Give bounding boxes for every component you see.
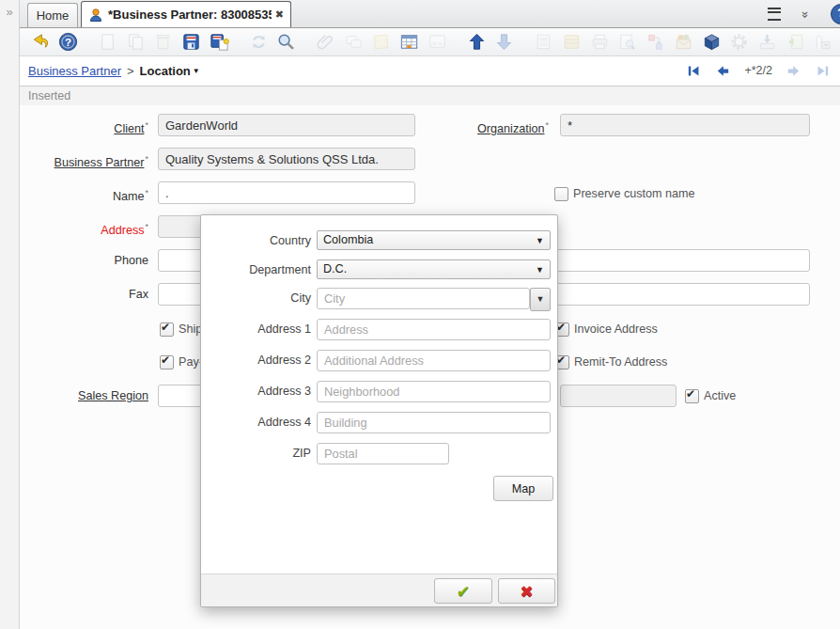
- remit-to-row: Remit-To Address: [555, 354, 667, 370]
- ok-button[interactable]: ✔: [434, 578, 492, 604]
- preferences-gear-icon: [728, 30, 751, 53]
- close-icon[interactable]: [275, 8, 284, 21]
- organization-label[interactable]: Organization*: [442, 114, 549, 136]
- address1-input[interactable]: [317, 319, 551, 340]
- breadcrumb-separator: >: [127, 64, 134, 78]
- location-dialog: Country Colombia Department D.C. City ▼ …: [200, 214, 558, 607]
- detail-record-icon: [493, 30, 516, 53]
- pay-from-checkbox[interactable]: [160, 355, 174, 370]
- grid-toggle-icon[interactable]: [398, 30, 421, 53]
- business-partner-icon: [88, 8, 103, 23]
- client-field: [158, 114, 415, 136]
- active-row: Active: [685, 388, 736, 403]
- invoice-address-row: Invoice Address: [555, 322, 658, 337]
- preserve-custom-name-checkbox[interactable]: [554, 187, 568, 201]
- name-label: Name*: [28, 181, 148, 204]
- refresh-icon: [247, 30, 270, 53]
- invoice-address-label: Invoice Address: [574, 322, 658, 336]
- department-value: D.C.: [323, 262, 347, 275]
- previous-record-icon[interactable]: [715, 63, 731, 79]
- department-select[interactable]: D.C.: [317, 259, 551, 279]
- copy-record-icon: [124, 30, 147, 53]
- save-icon[interactable]: [180, 30, 203, 53]
- tab-title: *Business Partner: 83008535...: [108, 8, 272, 22]
- tab-bar: Home *Business Partner: 83008535... » ?: [20, 0, 840, 28]
- name-field[interactable]: [158, 181, 415, 204]
- archive-icon: [560, 30, 583, 53]
- preserve-custom-name-label: Preserve custom name: [573, 187, 695, 200]
- status-bar: Inserted: [20, 86, 840, 105]
- menu-icon[interactable]: [768, 8, 781, 21]
- collapsed-sidebar[interactable]: »: [0, 0, 20, 629]
- address4-label: Address 4: [209, 412, 311, 432]
- first-record-icon[interactable]: [686, 63, 702, 79]
- help-icon[interactable]: ?: [57, 30, 80, 53]
- preserve-custom-name-row: Preserve custom name: [554, 186, 695, 201]
- city-dropdown-icon[interactable]: ▼: [530, 288, 551, 311]
- country-label: Country: [209, 230, 311, 251]
- fax-label: Fax: [28, 283, 148, 306]
- save-and-create-icon[interactable]: [208, 30, 230, 53]
- expand-sidebar-icon[interactable]: »: [0, 5, 19, 19]
- breadcrumb-current-tab[interactable]: Location: [140, 64, 191, 78]
- note-icon: [370, 30, 393, 53]
- print-icon: [588, 30, 611, 53]
- sales-region-label[interactable]: Sales Region: [28, 385, 148, 407]
- address4-input[interactable]: [317, 412, 551, 433]
- delete-record-icon: [152, 30, 175, 53]
- attachment-icon: [315, 30, 337, 53]
- product-info-icon[interactable]: [700, 30, 723, 53]
- business-partner-label[interactable]: Business Partner*: [28, 148, 148, 170]
- zip-input[interactable]: [317, 443, 449, 464]
- address2-label: Address 2: [209, 350, 311, 370]
- ok-check-icon: ✔: [457, 583, 470, 601]
- help-corner-icon[interactable]: ?: [831, 4, 840, 24]
- map-button[interactable]: Map: [493, 476, 553, 501]
- chevron-down-icon[interactable]: ▼: [193, 67, 200, 75]
- phone-label: Phone: [28, 249, 148, 272]
- city-input[interactable]: [317, 288, 530, 309]
- active-checkbox[interactable]: [685, 389, 699, 403]
- tab-business-partner[interactable]: *Business Partner: 83008535...: [81, 1, 291, 27]
- zip-label: ZIP: [209, 443, 311, 464]
- print-preview-icon: [616, 30, 639, 53]
- address1-label: Address 1: [209, 319, 311, 339]
- address3-input[interactable]: [317, 381, 551, 402]
- address2-input[interactable]: [317, 350, 551, 371]
- business-partner-field: [158, 148, 415, 170]
- find-icon[interactable]: [275, 30, 298, 53]
- svg-text:?: ?: [65, 36, 71, 47]
- parent-record-icon[interactable]: [465, 30, 488, 53]
- file-import-icon: [784, 30, 806, 53]
- toolbar: ?: [20, 27, 840, 56]
- ship-address-checkbox[interactable]: [160, 322, 174, 337]
- detail-window-icon: [427, 30, 449, 53]
- collapse-all-icon[interactable]: »: [799, 11, 813, 16]
- breadcrumb-parent-link[interactable]: Business Partner: [28, 64, 121, 78]
- address3-label: Address 3: [209, 381, 311, 401]
- cancel-button[interactable]: ✖: [498, 578, 555, 604]
- country-select[interactable]: Colombia: [317, 230, 551, 250]
- city-label: City: [209, 288, 311, 308]
- department-label: Department: [209, 259, 311, 280]
- undo-icon[interactable]: [29, 30, 52, 53]
- workflow-icon: [645, 30, 667, 53]
- breadcrumb: Business Partner > Location ▼ +*2/2: [20, 55, 840, 86]
- tab-home[interactable]: Home: [27, 3, 78, 27]
- chat-icon: [342, 30, 365, 53]
- client-label[interactable]: Client*: [28, 114, 148, 136]
- record-navigation: +*2/2: [686, 55, 831, 86]
- sales-region-display-field: [560, 385, 677, 407]
- next-record-icon: [786, 63, 801, 79]
- new-record-icon: [96, 30, 118, 53]
- address-label: Address*: [28, 215, 148, 238]
- active-label: Active: [704, 389, 736, 402]
- record-indicator: +*2/2: [744, 64, 772, 77]
- cancel-x-icon: ✖: [520, 583, 533, 601]
- remit-to-label: Remit-To Address: [574, 355, 667, 369]
- export-icon: [756, 30, 779, 53]
- customize-window-icon: [812, 30, 834, 53]
- requests-icon: [672, 30, 694, 53]
- dialog-footer: ✔ ✖: [201, 574, 557, 606]
- country-value: Colombia: [323, 233, 373, 246]
